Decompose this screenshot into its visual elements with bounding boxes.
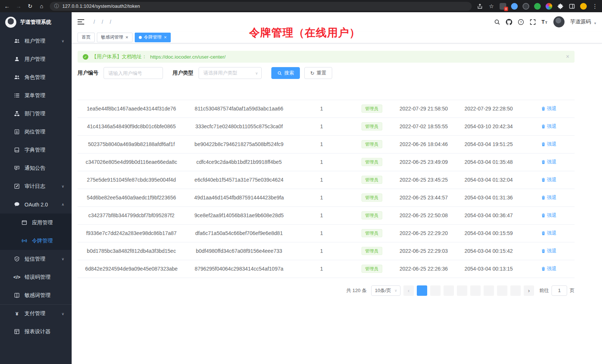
extension-icon[interactable]: 0 [500,3,506,10]
page-number-button[interactable] [510,285,521,296]
sidebar-item[interactable]: ¥ 支付管理 ∨ [0,304,72,322]
page-number-button[interactable] [484,285,494,296]
sidebar-item[interactable]: 岗位管理 [0,123,72,141]
help-icon[interactable]: ? [518,19,524,25]
close-tab-icon[interactable]: × [125,35,128,40]
user-type-select[interactable]: 请选择用户类型 ∨ [199,67,262,79]
sidebar-item[interactable]: 部门管理 [0,105,72,123]
sidebar-item[interactable]: 租户管理 ∨ [0,32,72,50]
doc-link[interactable]: https://doc.iocoder.cn/user-center/ [150,54,226,60]
view-tab[interactable]: 首页 [78,33,95,42]
reset-button[interactable]: ↻ 重置 [304,67,332,79]
page-number-button[interactable] [470,285,481,296]
force-logout-button[interactable]: 强退 [541,176,557,183]
app-logo[interactable]: 芋道管理系统 [0,12,72,32]
next-page-button[interactable]: › [524,285,534,296]
extension-icon[interactable] [546,3,552,10]
address-bar[interactable]: ⓘ 127.0.0.1:1024/system/oauth2/token [50,2,472,11]
page-number-button[interactable] [417,285,427,296]
breadcrumb-item[interactable] [90,19,98,25]
breadcrumb-item[interactable] [107,19,115,25]
refresh-token-cell: 333ecfc71e02480cb11055c875c3ca0f [185,118,293,135]
alert-close-icon[interactable]: × [566,53,569,60]
page-number-button[interactable] [457,285,467,296]
fullscreen-icon[interactable] [530,19,536,25]
delete-icon [541,178,546,182]
sidebar-item[interactable]: 用户管理 [0,50,72,68]
force-logout-button[interactable]: 强退 [541,141,557,148]
font-size-icon[interactable]: TT [542,19,548,25]
close-tab-icon[interactable]: × [164,35,167,40]
user-id-cell: 1 [293,100,350,118]
force-logout-button[interactable]: 强退 [541,265,557,272]
force-logout-button[interactable]: 强退 [541,212,557,219]
create-time-cell: 2022-07-02 18:55:55 [393,118,454,135]
sidebar-item[interactable]: 令牌管理 [0,232,72,250]
caret-down-icon: ▾ [594,21,596,25]
token-icon [22,238,27,244]
site-info-icon[interactable]: ⓘ [54,3,59,10]
browser-menu-icon[interactable]: ⋮ [592,3,598,9]
user-type-cell: 管理员 [350,206,393,224]
user-id-input[interactable] [104,67,163,79]
force-logout-button[interactable]: 强退 [541,248,557,254]
page-number-button[interactable] [430,285,441,296]
sidebar-item[interactable]: 敏感词管理 [0,286,72,304]
goto-page-input[interactable] [552,285,567,296]
bookmark-star-icon[interactable]: ☆ [488,3,495,9]
view-tab[interactable]: 令牌管理 × [135,33,171,42]
search-button[interactable]: 搜索 [271,67,300,79]
column-header [185,85,293,100]
sidebar-item-label: OAuth 2.0 [24,202,48,208]
force-logout-button[interactable]: 强退 [541,159,557,165]
sidebar-item[interactable]: 菜单管理 [0,86,72,105]
active-dot-icon [139,36,142,39]
doc-alert: ✓ 【用户体系】文档地址： https://doc.iocoder.cn/use… [78,51,575,63]
create-time-cell: 2022-06-25 23:49:09 [393,153,454,171]
sidebar-item[interactable]: 角色管理 [0,68,72,86]
user-type-cell: 管理员 [350,189,393,206]
table-row: f9336e7c7dd242a283ee98dc86b17a87 dfa6c71… [78,224,575,242]
prev-page-button[interactable]: ‹ [403,285,414,296]
extension-icon[interactable] [534,3,541,10]
browser-home-icon[interactable]: ⌂ [38,3,45,9]
browser-reload-icon[interactable]: ↻ [27,3,33,9]
side-panel-icon[interactable] [569,3,575,9]
user-name[interactable]: 芋道源码 [570,19,591,25]
github-icon[interactable] [506,19,512,25]
browser-back-icon[interactable]: ← [4,3,10,9]
search-icon[interactable] [494,19,500,25]
sidebar-item[interactable]: 报表设计器 [0,322,72,341]
access-token-cell: 275e5de9151045fe87cbdc395e004f4d [78,171,185,189]
extension-icon[interactable] [523,3,529,10]
force-logout-button[interactable]: 强退 [541,105,557,112]
tenant-icon [14,38,20,44]
sidebar-item[interactable]: 审计日志 ∨ [0,177,72,195]
browser-profile-avatar[interactable] [580,3,587,10]
sidebar-item[interactable]: 短信管理 ∨ [0,250,72,268]
force-logout-button[interactable]: 强退 [541,194,557,201]
browser-forward-icon[interactable]: → [15,3,22,9]
view-tab[interactable]: 敏感词管理 × [97,33,132,42]
sidebar-item[interactable]: </> 错误码管理 [0,268,72,286]
page-size-select[interactable]: 10条/页 ∨ [371,285,400,296]
table-header-row [78,85,575,100]
extension-icon[interactable] [511,3,518,10]
chevron-icon: ∧ [62,202,64,206]
sidebar-item[interactable]: 字典管理 [0,141,72,159]
user-avatar[interactable] [553,16,565,27]
column-header [293,85,350,100]
user-type-tag: 管理员 [361,193,382,202]
page-number-button[interactable] [444,285,454,296]
user-id-cell: 1 [293,224,350,242]
force-logout-button[interactable]: 强退 [541,123,557,130]
page-number-button[interactable] [497,285,507,296]
sidebar-item[interactable]: OAuth 2.0 ∧ [0,195,72,214]
force-logout-button[interactable]: 强退 [541,230,557,236]
extensions-puzzle-icon[interactable] [557,3,564,9]
sidebar-collapse-icon[interactable] [78,19,84,25]
share-icon[interactable] [477,3,483,9]
sidebar-item[interactable]: 应用管理 [0,214,72,232]
sidebar-item[interactable]: 通知公告 [0,159,72,177]
breadcrumb-item[interactable] [98,19,107,25]
